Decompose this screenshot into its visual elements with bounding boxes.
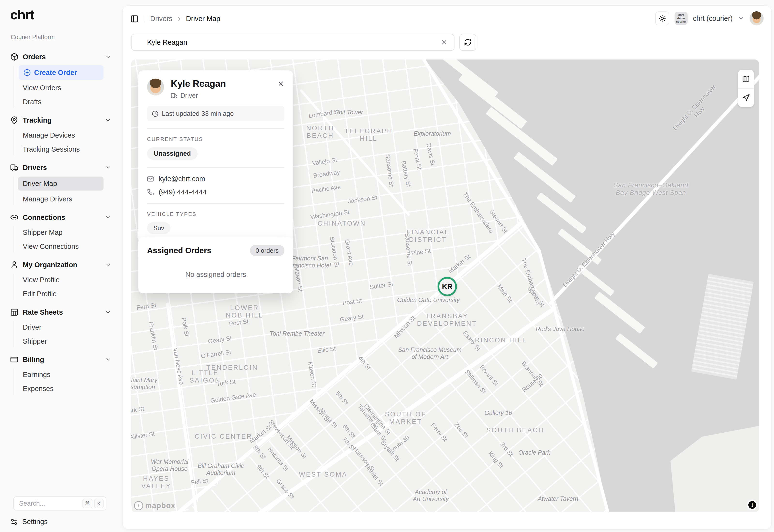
map-label: Mason St — [293, 266, 304, 292]
clear-search-icon[interactable] — [440, 39, 448, 46]
clock-icon — [152, 111, 158, 117]
map-label: Turk St — [131, 405, 144, 415]
sidebar-item-drafts[interactable]: Drafts — [0, 95, 122, 109]
sidebar-item-expenses[interactable]: Expenses — [0, 382, 122, 396]
map-label: Spear St — [526, 285, 546, 308]
sidebar-item-view-orders[interactable]: View Orders — [0, 81, 122, 95]
driver-map[interactable]: NORTH BEACHTELEGRAPH HILLCHINATOWNFINANC… — [131, 59, 759, 512]
nav-group-billing: Billing Earnings Expenses — [0, 352, 122, 396]
map-label: Mission St — [285, 434, 308, 460]
assigned-orders-card: Assigned Orders 0 orders No assigned ord… — [138, 237, 293, 293]
map-label: Route 80 — [387, 434, 411, 455]
map-label: San Francisco–Oakland Bay Bridge West Sp… — [613, 182, 688, 197]
map-label: Academy of Art University — [413, 488, 449, 502]
app-logo: chrt — [10, 7, 122, 22]
sidebar-item-edit-profile[interactable]: Edit Profile — [0, 287, 122, 301]
map-label: Route 80 — [521, 372, 544, 393]
map-label: Exploratorium — [414, 130, 451, 137]
sidebar-item-settings[interactable]: Settings — [10, 518, 122, 526]
map-label: Jackson St — [347, 194, 378, 205]
close-icon[interactable] — [277, 80, 284, 87]
assigned-orders-title: Assigned Orders — [147, 246, 211, 255]
nav-group-label: Billing — [23, 356, 105, 364]
sidebar-search[interactable]: Search... ⌘ K — [13, 496, 106, 510]
nav-group-header-my-organization[interactable]: My Organization — [0, 257, 122, 272]
sliders-icon — [10, 518, 18, 526]
map-label: Clementina St — [362, 403, 392, 436]
map-label: TELEGRAPH HILL — [344, 127, 393, 142]
nav-group-header-tracking[interactable]: Tracking — [0, 113, 122, 128]
breadcrumb-drivers[interactable]: Drivers — [150, 15, 172, 23]
sidebar-item-driver-map[interactable]: Driver Map — [18, 177, 104, 191]
table-icon — [10, 308, 18, 316]
chevron-down-icon[interactable] — [738, 15, 744, 22]
truck-icon — [10, 163, 18, 172]
nav-group-header-drivers[interactable]: Drivers — [0, 160, 122, 175]
kbd-cmd: ⌘ — [82, 499, 92, 508]
map-label: FINANCIAL DISTRICT — [406, 229, 449, 244]
org-switcher[interactable]: chrt (courier) — [693, 15, 733, 22]
map-label: NORTH BEACH — [306, 125, 334, 140]
nav-group-label: My Organization — [23, 261, 105, 269]
sidebar-item-rate-shipper[interactable]: Shipper — [0, 334, 122, 348]
driver-phone[interactable]: (949) 444-4444 — [159, 188, 207, 196]
sidebar-item-label: View Connections — [23, 243, 79, 251]
map-info-button[interactable]: i — [747, 500, 758, 510]
map-label: Dwight D. Eisenhower Hwy — [561, 230, 616, 288]
chevron-down-icon — [105, 356, 111, 363]
map-label: SOUTH BEACH — [486, 427, 544, 434]
sidebar-item-tracking-sessions[interactable]: Tracking Sessions — [0, 142, 122, 156]
sidebar-toggle-button[interactable] — [129, 13, 140, 24]
map-label: Lombard St — [308, 108, 340, 119]
refresh-button[interactable] — [459, 34, 476, 51]
navigation-icon — [742, 94, 750, 102]
map-label: WEST SOMA — [299, 471, 348, 478]
sidebar-item-view-connections[interactable]: View Connections — [0, 239, 122, 253]
sidebar-item-shipper-map[interactable]: Shipper Map — [0, 225, 122, 239]
panel-left-icon — [130, 15, 139, 23]
sidebar-item-label: Manage Devices — [23, 131, 75, 139]
map-label: Ellis St — [317, 345, 336, 354]
sidebar-item-earnings[interactable]: Earnings — [0, 368, 122, 382]
nav-group-tracking: Tracking Manage Devices Tracking Session… — [0, 113, 122, 157]
mapbox-attribution[interactable]: ✶ mapbox — [134, 501, 175, 510]
mapbox-wordmark: mapbox — [145, 501, 175, 510]
nav-group-header-billing[interactable]: Billing — [0, 352, 122, 367]
map-label: King St — [487, 450, 505, 469]
driver-marker-kr[interactable]: KR — [438, 277, 457, 296]
sidebar-item-create-order[interactable]: Create Order — [19, 65, 104, 80]
map-label: Toni Rembe Theater — [270, 330, 325, 337]
org-logo-badge[interactable]: chrt demo courier — [675, 12, 688, 25]
sidebar-item-manage-drivers[interactable]: Manage Drivers — [0, 192, 122, 206]
map-label: Stockton St — [328, 236, 341, 268]
package-icon — [10, 53, 18, 61]
sidebar-item-view-profile[interactable]: View Profile — [0, 273, 122, 287]
nav-group-header-connections[interactable]: Connections — [0, 210, 122, 225]
refresh-icon — [464, 38, 472, 46]
sidebar-item-rate-driver[interactable]: Driver — [0, 320, 122, 334]
theme-toggle-button[interactable] — [655, 11, 669, 25]
map-label: Stevenson St — [267, 419, 296, 451]
map-label: Market St — [248, 423, 273, 445]
map-label: Gallery 16 — [484, 409, 512, 416]
driver-role-label: Driver — [180, 92, 198, 99]
map-label: Dwight D. Eisenhower Hwy — [670, 82, 723, 137]
driver-avatar — [147, 79, 164, 96]
user-avatar[interactable] — [750, 11, 764, 25]
map-label: Allister St — [131, 430, 155, 441]
map-label: LITTLE SAIGON — [189, 369, 221, 384]
link-icon — [10, 213, 18, 222]
no-orders-message: No assigned orders — [147, 271, 284, 279]
nav-group-drivers: Drivers Driver Map Manage Drivers — [0, 160, 122, 207]
chevron-down-icon — [105, 214, 111, 221]
locate-button[interactable] — [738, 89, 754, 107]
main-panel: Drivers Driver Map chrt demo courier chr… — [122, 5, 772, 530]
nav-group-header-rate-sheets[interactable]: Rate Sheets — [0, 305, 122, 320]
driver-search-input[interactable] — [147, 38, 440, 46]
mapbox-logo-icon: ✶ — [134, 501, 143, 510]
nav-group-header-orders[interactable]: Orders — [0, 49, 122, 64]
driver-email[interactable]: kyle@chrt.com — [159, 175, 205, 183]
map-style-button[interactable] — [738, 70, 754, 88]
sidebar-item-manage-devices[interactable]: Manage Devices — [0, 128, 122, 142]
nav-group-rate-sheets: Rate Sheets Driver Shipper — [0, 305, 122, 349]
